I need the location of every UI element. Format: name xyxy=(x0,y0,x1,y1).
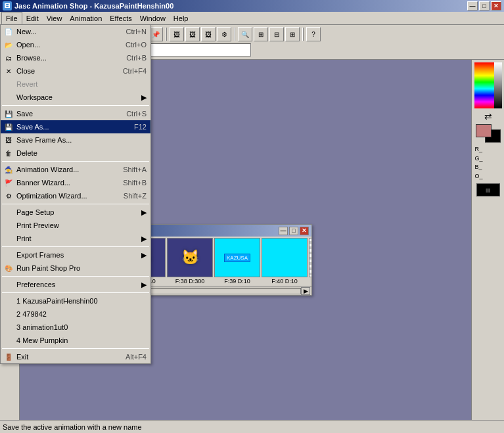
sep-5 xyxy=(2,276,149,277)
dd-print-label: Print xyxy=(16,235,32,242)
zoom2-btn[interactable]: ⊞ xyxy=(254,27,268,41)
frame-empty xyxy=(309,238,311,285)
delete-icon: 🗑 xyxy=(3,148,14,158)
dd-preferences[interactable]: Preferences ▶ xyxy=(1,278,150,291)
title-bar: 🎞 Jasc Animation Shop - KazusaPaintHensh… xyxy=(0,0,504,12)
exportframes-icon xyxy=(3,250,14,260)
dd-revert-label: Revert xyxy=(16,80,37,88)
dd-recent2[interactable]: 2 479842 xyxy=(1,308,150,321)
dd-new[interactable]: 📄 New... Ctrl+N xyxy=(1,25,150,38)
frame-38-label: F:38 D:300 xyxy=(175,278,205,285)
exportframes-arrow-icon: ▶ xyxy=(141,251,147,260)
dd-exit[interactable]: 🚪 Exit Alt+F4 xyxy=(1,350,150,363)
frames-minimize-btn[interactable]: — xyxy=(279,227,288,235)
dd-workspace-label: Workspace xyxy=(16,93,53,101)
dd-runpsp[interactable]: 🎨 Run Paint Shop Pro xyxy=(1,262,150,275)
dd-close[interactable]: ✕ Close Ctrl+F4 xyxy=(1,64,150,78)
right-color-panel: ⇄ R_ G_ B_ O_ ▤ xyxy=(471,60,504,422)
dd-banner[interactable]: 🚩 Banner Wizard... Shift+B xyxy=(1,176,150,189)
foreground-swatch[interactable] xyxy=(476,124,492,137)
dd-save[interactable]: 💾 Save Ctrl+S xyxy=(1,107,150,120)
sep-6 xyxy=(2,292,149,293)
swap-colors-btn[interactable]: ⇄ xyxy=(484,111,492,122)
color-hue-strip xyxy=(474,62,494,108)
menu-edit[interactable]: Edit xyxy=(22,12,43,24)
zoom3-btn[interactable]: ⊟ xyxy=(269,27,284,41)
dd-wizard[interactable]: 🧙 Animation Wizard... Shift+A xyxy=(1,163,150,176)
dd-recent4-label: 4 Mew Pumpkin xyxy=(16,336,68,344)
recent3-icon xyxy=(3,322,14,332)
dd-close-shortcut: Ctrl+F4 xyxy=(123,67,147,75)
optimization-icon: ⚙ xyxy=(3,191,14,201)
frames-btn[interactable]: 🖼 xyxy=(170,27,184,41)
frames-maximize-btn[interactable]: □ xyxy=(289,227,298,235)
workspace-icon xyxy=(3,92,14,103)
runpsp-icon: 🎨 xyxy=(3,263,14,273)
dd-banner-shortcut: Shift+B xyxy=(123,179,147,187)
dd-open-label: Open... xyxy=(16,41,40,49)
print-arrow-icon: ▶ xyxy=(141,235,147,243)
zoom4-btn[interactable]: ⊞ xyxy=(285,27,300,41)
pagesetup-icon xyxy=(3,207,14,217)
frames2-btn[interactable]: 🖼 xyxy=(185,27,200,41)
minimize-button[interactable]: — xyxy=(467,1,478,11)
dd-browse[interactable]: 🗂 Browse... Ctrl+B xyxy=(1,51,150,64)
help-btn[interactable]: ? xyxy=(306,27,321,41)
dd-recent1[interactable]: 1 KazusaPaintHenshin00 xyxy=(1,294,150,308)
open-icon: 📂 xyxy=(3,39,14,50)
dd-save-shortcut: Ctrl+S xyxy=(126,110,147,118)
dd-printpreview[interactable]: Print Preview xyxy=(1,219,150,232)
frames3-btn[interactable]: 🖼 xyxy=(201,27,216,41)
dd-exportframes[interactable]: Export Frames ▶ xyxy=(1,248,150,262)
dd-delete[interactable]: 🗑 Delete xyxy=(1,147,150,160)
dd-recent1-label: 1 KazusaPaintHenshin00 xyxy=(16,297,98,305)
g-label: G_ xyxy=(475,154,501,164)
printpreview-icon xyxy=(3,220,14,231)
frame-40[interactable]: F:40 D:10 xyxy=(262,238,308,285)
sep-3 xyxy=(2,204,149,204)
prop-btn[interactable]: ⚙ xyxy=(217,27,231,41)
close-button[interactable]: ✕ xyxy=(491,1,501,11)
menu-file[interactable]: File xyxy=(1,12,22,24)
menu-view[interactable]: View xyxy=(43,12,66,24)
dd-saveframe-label: Save Frame As... xyxy=(16,136,72,144)
dd-recent2-label: 2 479842 xyxy=(16,310,47,318)
dd-open[interactable]: 📂 Open... Ctrl+O xyxy=(1,38,150,51)
dd-pagesetup[interactable]: Page Setup ▶ xyxy=(1,206,150,219)
dd-saveframe[interactable]: 🖼 Save Frame As... xyxy=(1,133,150,147)
dd-workspace[interactable]: Workspace ▶ xyxy=(1,91,150,104)
sep-7 xyxy=(2,348,149,349)
menu-help[interactable]: Help xyxy=(170,12,193,24)
frames-close-btn[interactable]: ✕ xyxy=(300,227,309,235)
sep2 xyxy=(166,28,167,41)
maximize-button[interactable]: □ xyxy=(479,1,490,11)
zoom-btn[interactable]: 🔍 xyxy=(238,27,252,41)
frame-38[interactable]: 🐱 F:38 D:300 xyxy=(167,238,213,285)
dd-open-shortcut: Ctrl+O xyxy=(126,41,147,49)
dd-browse-label: Browse... xyxy=(16,54,47,62)
dd-recent3[interactable]: 3 animation1ut0 xyxy=(1,321,150,334)
dd-recent4[interactable]: 4 Mew Pumpkin xyxy=(1,334,150,347)
saveas-icon: 💾 xyxy=(3,122,14,132)
scroll-right-btn[interactable]: ▶ xyxy=(301,287,310,295)
dd-saveas[interactable]: 💾 Save As... F12 xyxy=(1,120,150,133)
recent2-icon xyxy=(3,309,14,319)
app-icon: 🎞 xyxy=(3,1,12,11)
sep-2 xyxy=(2,161,149,162)
menu-effects[interactable]: Effects xyxy=(106,12,135,24)
dd-browse-shortcut: Ctrl+B xyxy=(126,54,147,62)
menu-window[interactable]: Window xyxy=(136,12,170,24)
dd-optimization[interactable]: ⚙ Optimization Wizard... Shift+Z xyxy=(1,189,150,202)
dd-print[interactable]: Print ▶ xyxy=(1,232,150,245)
workspace-arrow-icon: ▶ xyxy=(141,93,147,102)
dd-close-label: Close xyxy=(16,67,35,75)
new-icon: 📄 xyxy=(3,26,14,37)
dd-wizard-label: Animation Wizard... xyxy=(16,166,79,173)
dd-new-label: New... xyxy=(16,28,37,35)
close-icon: ✕ xyxy=(3,66,14,76)
color-picker[interactable] xyxy=(474,62,502,108)
frame-39[interactable]: KAZUSA F:39 D:10 xyxy=(214,238,260,285)
dd-runpsp-label: Run Paint Shop Pro xyxy=(16,264,80,272)
menu-animation[interactable]: Animation xyxy=(66,12,106,24)
frame-40-label: F:40 D:10 xyxy=(271,278,298,285)
